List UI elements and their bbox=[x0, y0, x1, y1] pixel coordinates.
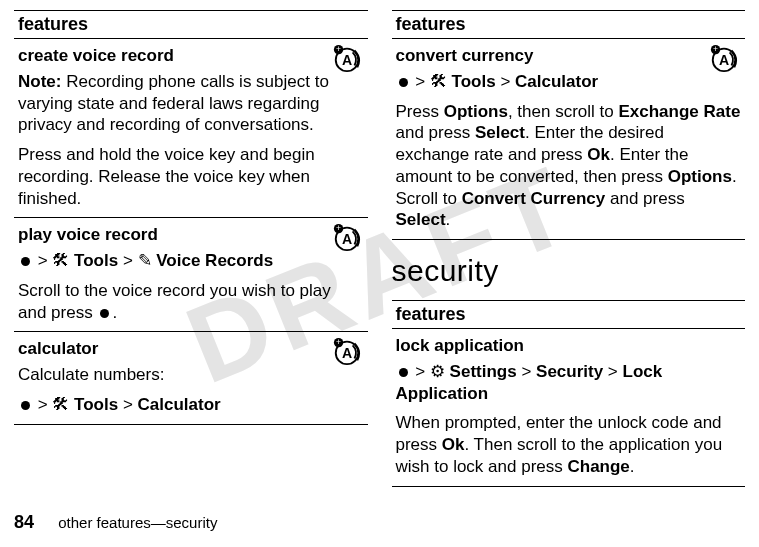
tools-icon: 🛠 bbox=[430, 72, 447, 91]
row-title: lock application bbox=[396, 335, 742, 357]
t: and press bbox=[605, 189, 684, 208]
svg-text:A: A bbox=[341, 231, 351, 247]
svg-text:+: + bbox=[336, 44, 341, 54]
nav-target-label: Calculator bbox=[515, 72, 598, 91]
tools-icon: 🛠 bbox=[52, 251, 69, 270]
nav-security-label: Security bbox=[536, 362, 603, 381]
table-row: A+ calculator Calculate numbers: > 🛠 Too… bbox=[14, 332, 368, 424]
nav-tools-label: Tools bbox=[74, 251, 118, 270]
t: Options bbox=[444, 102, 508, 121]
page-footer: 84 other features—security bbox=[14, 512, 217, 533]
svg-text:A: A bbox=[341, 345, 351, 361]
t: Select bbox=[396, 210, 446, 229]
page-number: 84 bbox=[14, 512, 34, 532]
center-key-icon bbox=[399, 78, 408, 87]
nav-path: > ⚙ Settings > Security > Lock Applicati… bbox=[396, 361, 742, 405]
center-key-icon bbox=[100, 309, 109, 318]
nav-path: > 🛠 Tools > ✎ Voice Records bbox=[18, 250, 364, 272]
row-instruction: Press and hold the voice key and begin r… bbox=[18, 144, 364, 209]
nav-tools-label: Tools bbox=[452, 72, 496, 91]
row-title: play voice record bbox=[18, 224, 364, 246]
svg-text:+: + bbox=[336, 338, 341, 348]
row-title: convert currency bbox=[396, 45, 742, 67]
accessibility-icon: A+ bbox=[332, 336, 362, 372]
t: , then scroll to bbox=[508, 102, 619, 121]
t: . bbox=[446, 210, 451, 229]
table-row: lock application > ⚙ Settings > Security… bbox=[392, 329, 746, 487]
tools-icon: 🛠 bbox=[52, 395, 69, 414]
nav-path: > 🛠 Tools > Calculator bbox=[396, 71, 742, 93]
nav-target-label: Calculator bbox=[138, 395, 221, 414]
svg-text:+: + bbox=[336, 224, 341, 234]
pencil-icon: ✎ bbox=[138, 251, 152, 270]
t: . bbox=[630, 457, 635, 476]
left-column: features A+ create voice record Note: Re… bbox=[14, 10, 368, 501]
row-title: calculator bbox=[18, 338, 364, 360]
center-key-icon bbox=[21, 257, 30, 266]
left-features-table: features A+ create voice record Note: Re… bbox=[14, 10, 368, 425]
footer-text: other features—security bbox=[58, 514, 217, 531]
t: Ok bbox=[442, 435, 465, 454]
note-label: Note: bbox=[18, 72, 61, 91]
table-row: A+ convert currency > 🛠 Tools > Calculat… bbox=[392, 39, 746, 240]
nav-target-label: Voice Records bbox=[156, 251, 273, 270]
row-title: create voice record bbox=[18, 45, 364, 67]
svg-text:A: A bbox=[719, 52, 729, 68]
instruction-text-a: Scroll to the voice record you wish to p… bbox=[18, 281, 331, 322]
note-text: Recording phone calls is subject to vary… bbox=[18, 72, 329, 135]
security-heading: security bbox=[392, 254, 746, 288]
t: Ok bbox=[587, 145, 610, 164]
nav-settings-label: Settings bbox=[450, 362, 517, 381]
row-instruction: Press Options, then scroll to Exchange R… bbox=[396, 101, 742, 232]
nav-tools-label: Tools bbox=[74, 395, 118, 414]
row-note: Note: Recording phone calls is subject t… bbox=[18, 71, 364, 136]
right-column: features A+ convert currency > 🛠 Tools >… bbox=[392, 10, 746, 501]
table-row: A+ play voice record > 🛠 Tools > ✎ Voice… bbox=[14, 218, 368, 332]
table-row: A+ create voice record Note: Recording p… bbox=[14, 39, 368, 218]
row-instruction: Scroll to the voice record you wish to p… bbox=[18, 280, 364, 324]
accessibility-icon: A+ bbox=[709, 43, 739, 79]
t: Select bbox=[475, 123, 525, 142]
t: and press bbox=[396, 123, 475, 142]
svg-text:A: A bbox=[341, 52, 351, 68]
row-instruction: Calculate numbers: bbox=[18, 364, 364, 386]
left-table-header: features bbox=[14, 11, 368, 39]
instruction-text-b: . bbox=[112, 303, 117, 322]
accessibility-icon: A+ bbox=[332, 43, 362, 79]
center-key-icon bbox=[21, 401, 30, 410]
svg-text:+: + bbox=[713, 44, 718, 54]
right-bottom-table-header: features bbox=[392, 301, 746, 329]
accessibility-icon: A+ bbox=[332, 222, 362, 258]
settings-icon: ⚙ bbox=[430, 362, 445, 381]
right-bottom-features-table: features lock application > ⚙ Settings >… bbox=[392, 300, 746, 487]
t: Options bbox=[668, 167, 732, 186]
right-top-table-header: features bbox=[392, 11, 746, 39]
t: Convert Currency bbox=[462, 189, 606, 208]
t: Press bbox=[396, 102, 444, 121]
center-key-icon bbox=[399, 368, 408, 377]
page-body: features A+ create voice record Note: Re… bbox=[0, 0, 759, 501]
row-instruction: When prompted, enter the unlock code and… bbox=[396, 412, 742, 477]
t: Exchange Rate bbox=[618, 102, 740, 121]
t: Change bbox=[567, 457, 629, 476]
nav-path: > 🛠 Tools > Calculator bbox=[18, 394, 364, 416]
right-top-features-table: features A+ convert currency > 🛠 Tools >… bbox=[392, 10, 746, 240]
